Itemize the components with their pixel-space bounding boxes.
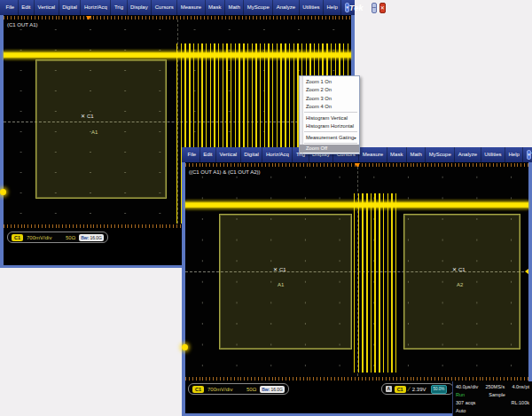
run-state-row: Run Sample	[456, 391, 529, 399]
menu-help[interactable]: Help	[505, 147, 523, 162]
menu-separator	[304, 143, 357, 144]
sample-rate: 250MS/s	[485, 383, 505, 391]
context-item-label: Zoom 4 On	[306, 104, 332, 109]
trace-marker-c1: ✕C1	[81, 113, 94, 119]
menu-math[interactable]: Math	[407, 147, 426, 162]
menu-vertical[interactable]: Vertical	[35, 0, 59, 15]
context-item-label: Histogram Horizontal	[306, 123, 354, 129]
trace-title: ((C1 OUT A1) & (C1 OUT A2))	[189, 169, 260, 175]
acq-count-row: 307 acqs RL:100k	[456, 399, 529, 407]
channel1-position-marker[interactable]	[182, 344, 188, 350]
menu-digital[interactable]: Digital	[59, 0, 82, 15]
record-length: RL:100k	[512, 399, 530, 407]
context-item-label: Zoom 2 On	[306, 87, 332, 92]
menu-trig[interactable]: Trig	[111, 0, 127, 15]
context-item-label: Histogram Vertical	[306, 115, 348, 121]
channel-readout-1[interactable]: C1 700mV/div 50Ω Bw:16.0G	[7, 232, 108, 243]
menu-measure[interactable]: Measure	[359, 147, 387, 162]
graticule-2[interactable]: ✕C1 A1 ✕C1 A2 ((C1 OUT A1) & (C1 OUT A2)…	[185, 167, 528, 376]
trigger-mode: Auto	[456, 407, 466, 415]
zoom-area-box-a1[interactable]	[35, 59, 167, 199]
horizontal-position-badge[interactable]: 50.0%	[431, 385, 448, 394]
menu-mask[interactable]: Mask	[206, 0, 225, 15]
menu-math[interactable]: Math	[225, 0, 244, 15]
trigger-readout[interactable]: A C1 ∕ 2.39V 50.0%	[381, 383, 454, 395]
timebase-row: 40.0µs/div 250MS/s 4.0ns/pt	[456, 383, 529, 391]
menu-edit[interactable]: Edit	[19, 0, 35, 15]
acq-count: 307 acqs	[456, 399, 475, 407]
trace-marker-c1-a2: ✕C1	[452, 266, 466, 272]
menu-myscope[interactable]: MyScope	[244, 0, 273, 15]
context-item-histogram-horizontal[interactable]: Histogram Horizontal	[300, 122, 359, 131]
menu-analyze[interactable]: Analyze	[273, 0, 299, 15]
menu-digital[interactable]: Digital	[241, 147, 263, 162]
display-area-2[interactable]: ✕C1 A1 ✕C1 A2 ((C1 OUT A1) & (C1 OUT A2)…	[182, 162, 532, 416]
bandwidth-icon: Bw:	[262, 386, 270, 393]
acquisition-mode: Sample	[489, 391, 505, 399]
context-item-zoom-4-on[interactable]: Zoom 4 On	[300, 103, 359, 112]
menu-help[interactable]: Help	[324, 0, 341, 15]
zoom-area-box-a1[interactable]	[219, 214, 352, 349]
bandwidth-readout: Bw:16.0G	[260, 386, 285, 393]
menu-utilities[interactable]: Utilities	[300, 0, 324, 15]
context-menu: Zoom 1 OnZoom 2 OnZoom 3 OnZoom 4 OnHist…	[299, 75, 360, 154]
x-marker-icon: ✕	[452, 267, 457, 272]
menu-analyze[interactable]: Analyze	[455, 147, 481, 162]
context-item-zoom-1-on[interactable]: Zoom 1 On	[300, 77, 359, 86]
vertical-scale: 700mV/div	[27, 235, 51, 240]
rising-slope-icon: ∕	[409, 386, 410, 392]
context-item-measurement-gating[interactable]: Measurement Gating▸	[300, 133, 359, 142]
context-item-label: Measurement Gating	[306, 135, 354, 140]
channel-badge-c1[interactable]: C1	[12, 234, 23, 241]
trace-title: (C1 OUT A1)	[7, 22, 38, 27]
channel1-position-marker[interactable]	[0, 189, 6, 195]
trigger-level: 2.39V	[412, 387, 426, 392]
tek-logo: Tek	[349, 4, 364, 12]
vertical-scale: 700mV/div	[207, 387, 232, 392]
bandwidth-readout: Bw:16.0G	[79, 234, 104, 241]
minimize-button[interactable]: –	[372, 3, 377, 13]
menu-measure[interactable]: Measure	[177, 0, 205, 15]
submenu-arrow-icon: ▸	[354, 135, 356, 140]
context-item-histogram-vertical[interactable]: Histogram Vertical	[300, 114, 359, 122]
timebase: 40.0µs/div	[456, 383, 478, 391]
menu-separator	[304, 112, 357, 113]
run-state: Run	[456, 391, 465, 399]
channel-badge-c1[interactable]: C1	[192, 386, 204, 393]
menu-cursors[interactable]: Cursors	[152, 0, 177, 15]
zoom-area-label-a2: A2	[457, 282, 463, 287]
context-item-zoom-off[interactable]: Zoom Off	[300, 145, 359, 153]
ruler-bottom	[185, 377, 528, 381]
context-item-label: Zoom Off	[306, 145, 327, 151]
context-item-zoom-3-on[interactable]: Zoom 3 On	[300, 94, 359, 103]
trigger-source-badge[interactable]: C1	[395, 386, 406, 393]
menu-file[interactable]: File	[3, 0, 19, 15]
menu-horiz-acq[interactable]: Horiz/Acq	[262, 147, 293, 162]
bandwidth-icon: Bw:	[81, 234, 89, 241]
trace-marker-c1-a1: ✕C1	[273, 266, 286, 272]
channel-readout-2[interactable]: C1 700mV/div 50Ω Bw:16.0G	[188, 383, 289, 395]
close-button[interactable]: ✕	[379, 3, 386, 13]
menubar-1: FileEditVerticalDigitalHoriz/AcqTrigDisp…	[0, 0, 355, 15]
menu-file[interactable]: File	[184, 147, 200, 162]
menu-horiz-acq[interactable]: Horiz/Acq	[81, 0, 111, 15]
menu-mask[interactable]: Mask	[387, 147, 407, 162]
menu-utilities[interactable]: Utilities	[481, 147, 505, 162]
termination: 50Ω	[246, 387, 256, 392]
menu-items: FileEditVerticalDigitalHoriz/AcqTrigDisp…	[3, 0, 341, 15]
trigger-a-badge: A	[386, 386, 392, 392]
sample-interval: 4.0ns/pt	[512, 383, 529, 391]
context-item-zoom-2-on[interactable]: Zoom 2 On	[300, 86, 359, 95]
x-marker-icon: ✕	[273, 267, 278, 272]
x-marker-icon: ✕	[81, 114, 85, 119]
menu-edit[interactable]: Edit	[200, 147, 216, 162]
reference-level-marker	[525, 269, 528, 274]
desktop: FileEditVerticalDigitalHoriz/AcqTrigDisp…	[0, 0, 532, 416]
menu-myscope[interactable]: MyScope	[426, 147, 455, 162]
menu-display[interactable]: Display	[128, 0, 153, 15]
acquisition-panel[interactable]: 40.0µs/div 250MS/s 4.0ns/pt Run Sample 3…	[452, 381, 532, 416]
zoom-area-label-a1: A1	[278, 282, 284, 287]
menu-vertical[interactable]: Vertical	[216, 147, 241, 162]
context-item-label: Zoom 3 On	[306, 96, 332, 101]
waveform-burst	[354, 193, 400, 373]
